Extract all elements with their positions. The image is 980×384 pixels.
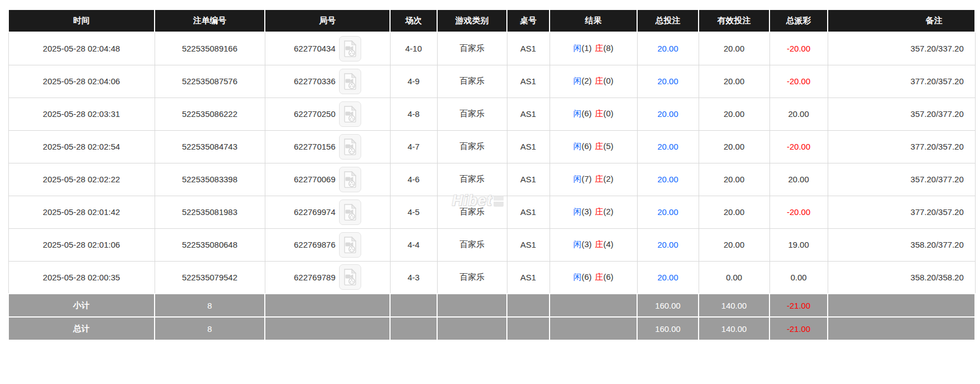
round-cell: 622769974	[265, 196, 390, 228]
payout: 20.00	[769, 163, 828, 196]
table-number: AS1	[507, 32, 550, 65]
video-replay-button[interactable]	[339, 69, 361, 94]
banker-score: (6)	[603, 272, 613, 281]
result-cell: 闲(7)庄(2)	[550, 163, 637, 196]
player-label: 闲	[573, 174, 582, 183]
player-score: (6)	[582, 141, 592, 151]
subtotal-row: 小计 8 160.00 140.00 -21.00	[8, 294, 975, 317]
col-header-game-type: 游戏类别	[437, 9, 507, 32]
player-label: 闲	[573, 43, 582, 53]
video-replay-button[interactable]	[339, 167, 361, 192]
player-score: (6)	[582, 109, 592, 118]
video-file-icon	[343, 106, 357, 122]
total-bet: 20.00	[637, 130, 699, 163]
table-row: 2025-05-28 02:04:06 522535087576 6227703…	[8, 65, 975, 98]
round-cell: 622770156	[265, 130, 390, 163]
video-replay-button[interactable]	[339, 199, 361, 225]
remark: 358.20/358.20	[828, 261, 975, 294]
round-id: 622770336	[294, 76, 335, 86]
video-replay-button[interactable]	[339, 134, 361, 160]
col-header-round-id: 局号	[265, 9, 390, 32]
bet-time: 2025-05-28 02:01:42	[8, 196, 155, 228]
table-row: 2025-05-28 02:04:48 522535089166 6227704…	[8, 32, 975, 65]
table-number: AS1	[507, 98, 550, 130]
banker-label: 庄	[595, 239, 603, 249]
banker-label: 庄	[595, 272, 603, 281]
banker-score: (2)	[603, 207, 613, 216]
payout: 20.00	[769, 98, 828, 130]
table-row: 2025-05-28 02:01:42 522535081983 6227699…	[8, 196, 975, 228]
round-cell: 622769789	[265, 261, 390, 294]
player-label: 闲	[573, 239, 582, 249]
session: 4-10	[390, 32, 437, 65]
col-header-result: 结果	[550, 9, 637, 32]
banker-score: (0)	[603, 76, 613, 85]
remark: 377.20/357.20	[828, 196, 975, 228]
remark: 357.20/377.20	[828, 98, 975, 130]
banker-label: 庄	[595, 141, 603, 151]
col-header-total-bet: 总投注	[637, 9, 699, 32]
empty-cell	[507, 317, 550, 340]
payout: 0.00	[769, 261, 828, 294]
bet-time: 2025-05-28 02:01:06	[8, 228, 155, 261]
empty-cell	[437, 294, 507, 317]
player-score: (2)	[582, 76, 592, 85]
empty-cell	[390, 317, 437, 340]
game-type: 百家乐	[437, 261, 507, 294]
valid-bet: 20.00	[699, 228, 769, 261]
video-file-icon	[343, 139, 357, 155]
game-type: 百家乐	[437, 65, 507, 98]
total-row: 总计 8 160.00 140.00 -21.00	[8, 317, 975, 340]
round-id: 622769974	[294, 207, 335, 217]
video-replay-button[interactable]	[339, 264, 361, 290]
player-label: 闲	[573, 207, 582, 216]
remark: 357.20/377.20	[828, 163, 975, 196]
round-id: 622769789	[294, 273, 335, 282]
subtotal-payout: -21.00	[769, 294, 828, 317]
result-cell: 闲(6)庄(0)	[550, 98, 637, 130]
payout: -20.00	[769, 32, 828, 65]
total-bet: 20.00	[637, 163, 699, 196]
col-header-bet-id: 注单编号	[155, 9, 265, 32]
game-type: 百家乐	[437, 228, 507, 261]
video-replay-button[interactable]	[339, 101, 361, 127]
session: 4-8	[390, 98, 437, 130]
round-id: 622770069	[294, 175, 335, 184]
video-replay-button[interactable]	[339, 36, 361, 62]
empty-cell	[265, 294, 390, 317]
session: 4-6	[390, 163, 437, 196]
total-count: 8	[155, 317, 265, 340]
valid-bet: 0.00	[699, 261, 769, 294]
banker-label: 庄	[595, 109, 603, 118]
player-score: (3)	[582, 239, 592, 249]
total-label: 总计	[8, 317, 155, 340]
video-file-icon	[343, 171, 357, 188]
bet-time: 2025-05-28 02:00:35	[8, 261, 155, 294]
banker-score: (5)	[603, 141, 613, 151]
subtotal-label: 小计	[8, 294, 155, 317]
remark: 358.20/377.20	[828, 228, 975, 261]
game-type: 百家乐	[437, 130, 507, 163]
table-number: AS1	[507, 130, 550, 163]
bet-id: 522535084743	[155, 130, 265, 163]
table-number: AS1	[507, 65, 550, 98]
game-type: 百家乐	[437, 196, 507, 228]
bet-id: 522535079542	[155, 261, 265, 294]
table-row: 2025-05-28 02:01:06 522535080648 6227698…	[8, 228, 975, 261]
banker-label: 庄	[595, 207, 603, 216]
valid-bet: 20.00	[699, 130, 769, 163]
game-type: 百家乐	[437, 163, 507, 196]
banker-score: (4)	[603, 239, 613, 249]
video-replay-button[interactable]	[339, 232, 361, 258]
player-label: 闲	[573, 109, 582, 118]
banker-score: (8)	[603, 43, 613, 53]
subtotal-total-bet: 160.00	[637, 294, 699, 317]
subtotal-count: 8	[155, 294, 265, 317]
page: 时间 注单编号 局号 场次 游戏类别 桌号 结果 总投注 有效投注 总派彩 备注…	[0, 9, 980, 384]
session: 4-7	[390, 130, 437, 163]
player-label: 闲	[573, 76, 582, 85]
round-cell: 622770434	[265, 32, 390, 65]
header-row: 时间 注单编号 局号 场次 游戏类别 桌号 结果 总投注 有效投注 总派彩 备注	[8, 9, 975, 32]
player-score: (3)	[582, 207, 592, 216]
result-cell: 闲(3)庄(4)	[550, 228, 637, 261]
